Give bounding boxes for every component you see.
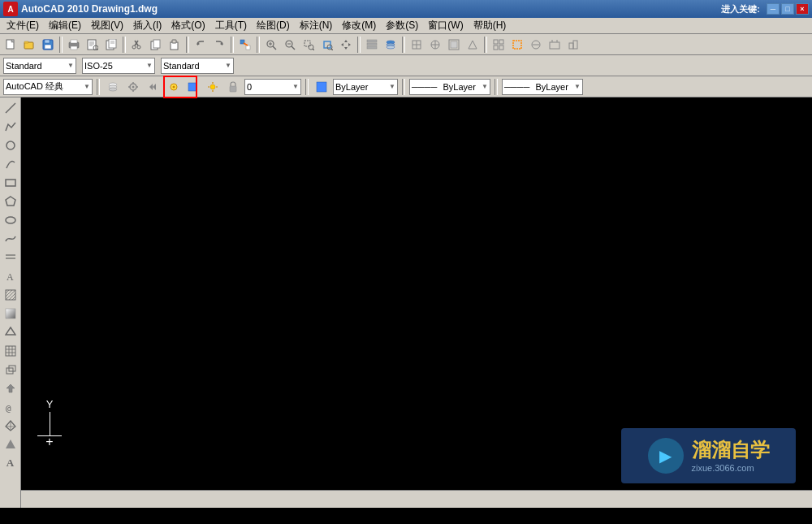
svg-point-88	[173, 85, 175, 88]
insert-tool[interactable]	[2, 379, 19, 397]
layer-manager-btn[interactable]	[104, 78, 122, 96]
zoom-window-button[interactable]	[300, 36, 317, 54]
separator-3	[186, 37, 189, 53]
new-button[interactable]	[2, 36, 19, 54]
hatch-tool[interactable]	[2, 286, 19, 304]
tb-extra1[interactable]	[408, 36, 425, 54]
menu-view[interactable]: 视图(V)	[86, 18, 128, 33]
menu-tools[interactable]: 工具(T)	[210, 18, 252, 33]
menu-format[interactable]: 格式(O)	[166, 18, 209, 33]
circle-tool[interactable]	[2, 136, 19, 154]
tb-extra2[interactable]	[426, 36, 444, 54]
paste-button[interactable]	[166, 36, 184, 54]
block-tool[interactable]	[2, 361, 19, 379]
tb-extra3[interactable]	[445, 36, 463, 54]
tb-extra4[interactable]	[464, 36, 482, 54]
table-tool[interactable]	[2, 342, 19, 360]
close-button[interactable]: ×	[796, 3, 809, 15]
polygon-tool[interactable]	[2, 193, 19, 210]
tb-extra5[interactable]	[490, 36, 508, 54]
textstyle-arrow: ▼	[67, 62, 74, 69]
watermark-site: zixue.3066.com	[692, 463, 770, 473]
layer-sun-btn[interactable]	[204, 78, 222, 96]
restore-button[interactable]: □	[781, 3, 794, 15]
tb-extra9[interactable]	[564, 36, 582, 54]
publish-button[interactable]	[102, 36, 120, 54]
svg-line-97	[6, 103, 15, 113]
save-button[interactable]	[39, 36, 57, 54]
text-tool[interactable]: A	[2, 267, 19, 285]
cut-button[interactable]	[128, 36, 146, 54]
matchprop-button[interactable]	[236, 36, 254, 54]
menu-dimension[interactable]: 标注(N)	[295, 18, 338, 33]
line-tool[interactable]	[2, 99, 19, 117]
workspace-dropdown[interactable]: AutoCAD 经典 ▼	[3, 79, 93, 95]
color-swatch-btn[interactable]	[313, 78, 330, 96]
layer-color-btn[interactable]	[184, 78, 201, 96]
svg-rect-25	[153, 40, 160, 48]
zoom-previous-button[interactable]	[281, 36, 299, 54]
tb-extra8[interactable]	[546, 36, 564, 54]
layer-name-dropdown[interactable]: 0 ▼	[244, 79, 301, 95]
separator-7	[402, 37, 405, 53]
minimize-button[interactable]: ─	[767, 3, 780, 15]
svg-line-38	[292, 46, 295, 50]
svg-line-42	[313, 49, 314, 50]
undo-button[interactable]	[192, 36, 209, 54]
menu-help[interactable]: 帮助(H)	[469, 18, 512, 33]
copy-button[interactable]	[147, 36, 165, 54]
properties-button[interactable]	[363, 36, 381, 54]
layer-freeze-btn[interactable]	[165, 78, 183, 96]
workspace-arrow: ▼	[84, 83, 90, 90]
menu-modify[interactable]: 修改(M)	[337, 18, 381, 33]
sep-layer-3	[402, 79, 405, 95]
svg-rect-64	[494, 40, 498, 44]
tb-extra6[interactable]	[508, 36, 526, 54]
svg-text:A: A	[6, 271, 14, 282]
svg-rect-89	[188, 83, 197, 91]
gradient-tool[interactable]	[2, 305, 19, 323]
bylayer-lineweight-dropdown[interactable]: ──── ByLayer ▼	[502, 79, 583, 95]
text-single-tool[interactable]: A	[2, 454, 19, 472]
open-button[interactable]	[20, 36, 38, 54]
zoom-realtime-button[interactable]	[262, 36, 280, 54]
region-tool[interactable]	[2, 323, 19, 341]
svg-rect-113	[6, 346, 15, 356]
3dface-tool[interactable]	[2, 417, 19, 435]
layer-lock-btn[interactable]	[224, 78, 242, 96]
axis-indicator: Y +	[37, 398, 62, 449]
redo-button[interactable]	[210, 36, 228, 54]
zoom-extents-button[interactable]	[318, 36, 336, 54]
arc-tool[interactable]	[2, 155, 19, 173]
dimstyle-arrow: ▼	[146, 62, 153, 69]
separator-2	[123, 37, 126, 53]
bylayer-color-dropdown[interactable]: ByLayer ▼	[333, 79, 398, 95]
print-button[interactable]	[65, 36, 83, 54]
bylayer-linetype-dropdown[interactable]: ──── ByLayer ▼	[409, 79, 490, 95]
dimstyle-dropdown[interactable]: ISO-25 ▼	[82, 58, 155, 74]
menu-parameters[interactable]: 参数(S)	[381, 18, 423, 33]
menu-window[interactable]: 窗口(W)	[423, 18, 468, 33]
tb-extra7[interactable]	[527, 36, 545, 54]
textstyle-dropdown[interactable]: Standard ▼	[3, 58, 76, 74]
solid-tool[interactable]	[2, 435, 19, 453]
sep-layer-4	[495, 79, 498, 95]
drawing-area: A @ A	[0, 97, 812, 508]
menu-insert[interactable]: 插入(I)	[128, 18, 166, 33]
layer-prev-btn[interactable]	[145, 78, 162, 96]
polyline-tool[interactable]	[2, 118, 19, 136]
rectangle-tool[interactable]	[2, 174, 19, 192]
svg-rect-8	[71, 40, 77, 43]
multiline-tool[interactable]	[2, 249, 19, 266]
preview-button[interactable]	[84, 36, 102, 54]
menu-edit[interactable]: 编辑(E)	[44, 18, 86, 33]
menu-file[interactable]: 文件(E)	[2, 18, 44, 33]
attdef-tool[interactable]: @	[2, 398, 19, 416]
ellipse-tool[interactable]	[2, 211, 19, 229]
spline-tool[interactable]	[2, 230, 19, 248]
pan-button[interactable]	[337, 36, 355, 54]
layer-settings-btn[interactable]	[124, 78, 142, 96]
menu-draw[interactable]: 绘图(D)	[252, 18, 295, 33]
layermgr-button[interactable]	[382, 36, 400, 54]
plotstyle-dropdown[interactable]: Standard ▼	[161, 58, 234, 74]
